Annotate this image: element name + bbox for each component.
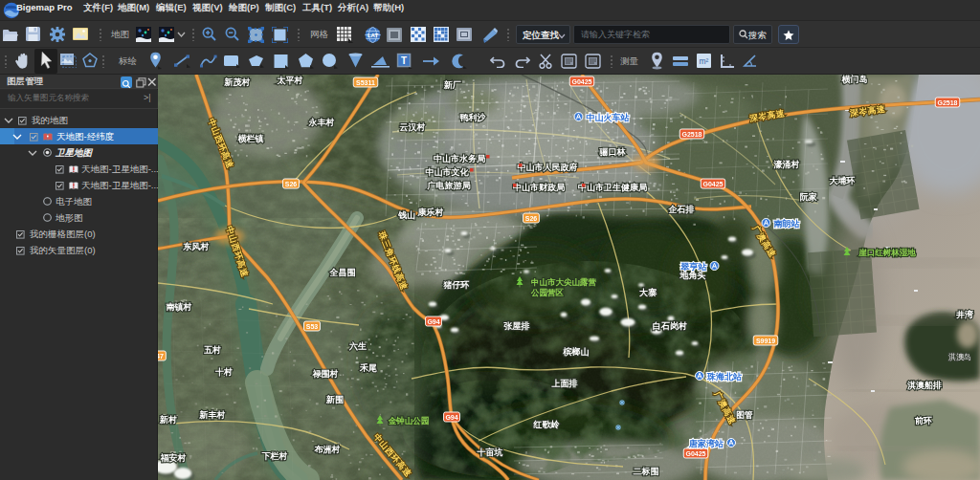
svg-text:猪仔环: 猪仔环 [443, 280, 470, 290]
svg-text:井湾: 井湾 [956, 310, 974, 319]
svg-text:中山市财政局: 中山市财政局 [513, 183, 565, 192]
svg-text:横门岛: 横门岛 [841, 75, 868, 84]
svg-text:LAT: LAT [368, 33, 379, 38]
svg-text:S26: S26 [285, 181, 298, 187]
svg-text:S5311: S5311 [356, 79, 375, 86]
svg-text:G2518: G2518 [937, 99, 957, 106]
svg-text:十亩坑: 十亩坑 [477, 447, 503, 457]
svg-text:中山市卫生健康局: 中山市卫生健康局 [578, 183, 647, 192]
svg-text:中山火车站: 中山火车站 [587, 112, 630, 122]
svg-text:永丰村: 永丰村 [308, 118, 335, 127]
svg-text:S9919: S9919 [756, 338, 775, 344]
svg-text:南镇村: 南镇村 [167, 302, 192, 312]
svg-text:下栏村: 下栏村 [262, 451, 288, 461]
svg-text:张屋排: 张屋排 [503, 321, 530, 331]
svg-text:禄围村: 禄围村 [312, 369, 339, 379]
svg-text:G0425: G0425 [702, 181, 723, 187]
svg-text:珠海北站: 珠海北站 [706, 372, 742, 382]
svg-text:横栏镇: 横栏镇 [237, 134, 264, 143]
svg-text:新茂村: 新茂村 [224, 77, 251, 87]
svg-text:翠亨站: 翠亨站 [680, 262, 707, 272]
svg-text:S53: S53 [306, 323, 319, 330]
svg-text:红歌岭: 红歌岭 [533, 420, 561, 429]
svg-text:槟榔山: 槟榔山 [563, 346, 590, 357]
svg-text:唐家湾站: 唐家湾站 [688, 439, 724, 448]
svg-text:大寨: 大寨 [639, 288, 657, 297]
svg-text:中山市大尖山露营: 中山市大尖山露营 [531, 277, 597, 287]
svg-text:东风村: 东风村 [183, 242, 210, 251]
svg-text:金钟山公园: 金钟山公园 [388, 416, 430, 425]
svg-text:康乐村: 康乐村 [417, 207, 444, 217]
svg-text:m²: m² [700, 56, 709, 66]
svg-text:T: T [401, 55, 407, 66]
svg-text:淇澳船排: 淇澳船排 [906, 381, 942, 390]
svg-text:G94: G94 [445, 414, 457, 421]
svg-text:新村: 新村 [159, 415, 177, 425]
svg-text:云汉村: 云汉村 [400, 122, 426, 132]
svg-text:白石岗村: 白石岗村 [653, 321, 687, 331]
svg-text:大埔环: 大埔环 [830, 176, 856, 185]
svg-text:地角头: 地角头 [679, 271, 706, 280]
svg-text:六生: 六生 [348, 341, 367, 351]
svg-text:新丰村: 新丰村 [199, 410, 226, 420]
svg-text:崖口红树林湿地: 崖口红树林湿地 [858, 248, 916, 257]
svg-text:G0425: G0425 [685, 450, 705, 457]
svg-text:G2518: G2518 [681, 131, 702, 138]
svg-text:公园营区: 公园营区 [530, 288, 565, 297]
svg-text:中山市水务局: 中山市水务局 [434, 154, 485, 164]
svg-text:骊口林: 骊口林 [599, 147, 627, 157]
svg-text:中山市文化: 中山市文化 [426, 167, 470, 177]
svg-text:企石排: 企石排 [668, 205, 695, 214]
svg-text:淇澳岛: 淇澳岛 [948, 353, 971, 361]
svg-text:全昌围: 全昌围 [329, 268, 356, 277]
svg-text:福安村: 福安村 [160, 452, 187, 463]
svg-text:新围: 新围 [325, 395, 344, 404]
svg-text:太平村: 太平村 [277, 76, 303, 85]
svg-text:S26: S26 [525, 215, 538, 222]
svg-text:五村: 五村 [204, 345, 221, 355]
svg-text:布洲村: 布洲村 [314, 445, 341, 454]
svg-text:阮家: 阮家 [800, 192, 817, 202]
svg-text:图管: 图管 [736, 410, 753, 420]
svg-text:二标围: 二标围 [634, 467, 659, 476]
svg-text:前环: 前环 [914, 416, 932, 425]
svg-text:禾尾: 禾尾 [359, 363, 377, 373]
svg-text:新厂: 新厂 [443, 80, 461, 90]
svg-text:南朗站: 南朗站 [774, 219, 800, 229]
svg-text:十村: 十村 [214, 367, 233, 377]
svg-text:上面排: 上面排 [551, 379, 578, 388]
svg-text:G0425: G0425 [571, 78, 591, 85]
svg-text:中山市人民政府: 中山市人民政府 [518, 163, 578, 172]
svg-text:G94: G94 [427, 318, 439, 325]
svg-text:钱山: 钱山 [397, 210, 415, 220]
svg-text:广电旅游局: 广电旅游局 [427, 181, 471, 190]
svg-text:鸭利沙: 鸭利沙 [460, 113, 486, 122]
svg-text:47: 47 [158, 353, 164, 360]
svg-text:濠涌村: 濠涌村 [773, 160, 800, 169]
